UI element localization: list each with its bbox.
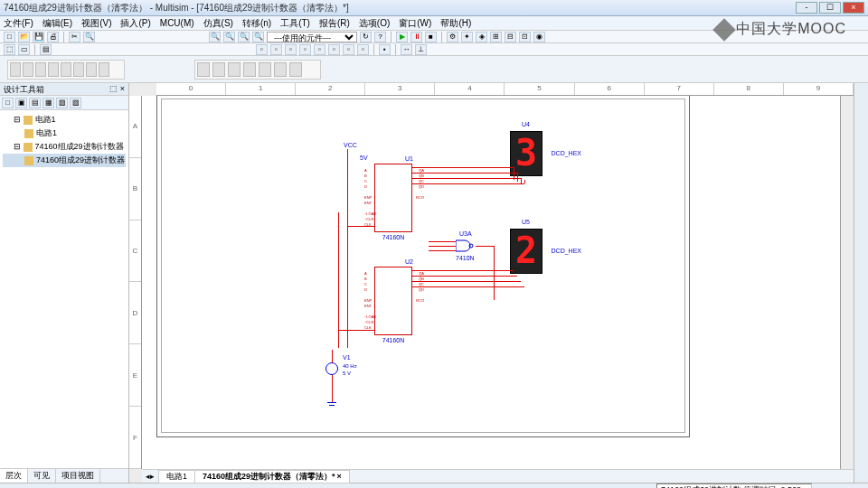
instrument-toolbar[interactable]: [854, 83, 868, 483]
vcc-label[interactable]: VCC: [344, 142, 357, 148]
zoom-in-icon[interactable]: 🔍: [209, 32, 221, 42]
part-icon[interactable]: ▫: [314, 44, 326, 55]
close-tab-icon[interactable]: ×: [337, 472, 342, 481]
display-u5[interactable]: U5 2 DCD_HEX: [510, 229, 542, 274]
menu-simulate[interactable]: 仿真(S): [203, 17, 233, 30]
stamp-item[interactable]: [23, 62, 33, 77]
stamp-item[interactable]: [10, 62, 21, 77]
stamp-item[interactable]: [73, 62, 84, 77]
part-icon[interactable]: ▫: [328, 44, 340, 55]
gate-item[interactable]: [243, 62, 256, 77]
component-u1[interactable]: U1 ABCDENPENT~LOAD~CLRCLK QAQBQCQDRCO 74…: [374, 164, 412, 232]
menu-file[interactable]: 文件(F): [4, 17, 33, 30]
tree-node-selected[interactable]: 74160组成29进制计数器（清零法）: [3, 154, 126, 167]
stamp-item[interactable]: [35, 62, 46, 77]
menu-edit[interactable]: 编辑(E): [42, 17, 72, 30]
wire[interactable]: [412, 183, 524, 184]
pause-icon[interactable]: ⏸: [410, 32, 422, 42]
component-u2[interactable]: U2 ABCDENPENT~LOAD~CLRCLK QAQBQCQDRCO 74…: [374, 267, 412, 335]
component-icon[interactable]: ⬚: [4, 44, 15, 55]
schematic-canvas[interactable]: VCC 5V U1 ABCDENPENT~LOAD~CLRCLK QAQBQCQ…: [142, 96, 841, 469]
tree-node[interactable]: 电路1: [3, 127, 126, 140]
display-u4[interactable]: U4 3 DCD_HEX: [510, 131, 542, 176]
wire[interactable]: [412, 286, 524, 287]
tab-hierarchy[interactable]: 层次: [0, 469, 28, 483]
wire[interactable]: [429, 241, 456, 242]
wire[interactable]: [517, 173, 518, 182]
new-icon[interactable]: □: [4, 32, 15, 42]
cut-icon[interactable]: ✂: [69, 32, 80, 42]
menu-transfer[interactable]: 转移(n): [242, 17, 271, 30]
part-icon[interactable]: ▫: [285, 44, 297, 55]
component-combo[interactable]: ---使用的元件---: [267, 32, 357, 42]
tool-icon[interactable]: ⊞: [490, 32, 502, 42]
tab-project[interactable]: 项目视图: [56, 469, 100, 483]
wire[interactable]: [332, 350, 333, 362]
menu-mcu[interactable]: MCU(M): [160, 18, 194, 28]
menu-insert[interactable]: 插入(P): [120, 17, 150, 30]
wire[interactable]: [429, 246, 456, 247]
wire[interactable]: [476, 246, 494, 247]
run-icon[interactable]: ▶: [396, 32, 408, 42]
part-icon[interactable]: ▫: [270, 44, 282, 55]
ground-symbol[interactable]: [327, 402, 336, 409]
tree-node-root[interactable]: ⊟ 电路1: [3, 113, 126, 127]
tool-icon[interactable]: ✦: [461, 32, 473, 42]
zoom-icon[interactable]: 🔍: [83, 32, 95, 42]
part-icon[interactable]: ↔: [401, 44, 412, 55]
component-u3[interactable]: U3A 7410N: [456, 239, 474, 252]
tree-tool-icon[interactable]: ▧: [56, 98, 68, 108]
vertical-scrollbar[interactable]: [841, 96, 854, 469]
print-icon[interactable]: 🖨: [47, 32, 59, 42]
tool-icon[interactable]: ◈: [476, 32, 487, 42]
gate-item[interactable]: [274, 62, 287, 77]
component-icon[interactable]: ▤: [40, 44, 52, 55]
stamp-item[interactable]: [86, 62, 97, 77]
help-icon[interactable]: ?: [374, 32, 386, 42]
zoom-out-icon[interactable]: 🔍: [223, 32, 235, 42]
part-icon[interactable]: ▫: [357, 44, 369, 55]
sheet-tab-active[interactable]: 74160组成29进制计数器（清零法）*×: [194, 470, 350, 483]
tree-node[interactable]: ⊟ 74160组成29进制计数器（清零法）: [3, 140, 126, 154]
wire[interactable]: [412, 167, 514, 168]
wire[interactable]: [347, 149, 348, 348]
tool-icon[interactable]: ⊡: [519, 32, 531, 42]
tree-tool-icon[interactable]: ▦: [42, 98, 54, 108]
minimize-button[interactable]: -: [796, 2, 817, 14]
part-icon[interactable]: ▫: [299, 44, 311, 55]
wire[interactable]: [347, 226, 374, 227]
wire[interactable]: [338, 330, 374, 331]
wire[interactable]: [332, 375, 333, 402]
wire[interactable]: [494, 246, 495, 300]
wire[interactable]: [412, 281, 521, 282]
tool-icon[interactable]: ⊟: [505, 32, 516, 42]
tree-tool-icon[interactable]: ▨: [70, 98, 81, 108]
menu-options[interactable]: 选项(O): [359, 17, 390, 30]
menu-window[interactable]: 窗口(W): [399, 17, 431, 30]
stamp-item[interactable]: [48, 62, 59, 77]
maximize-button[interactable]: ☐: [819, 2, 841, 14]
close-button[interactable]: ×: [843, 2, 864, 14]
wire[interactable]: [412, 173, 517, 174]
menu-tools[interactable]: 工具(T): [280, 17, 310, 30]
part-icon[interactable]: ⊥: [415, 44, 427, 55]
stamp-item[interactable]: [61, 62, 71, 77]
part-icon[interactable]: ▫: [256, 44, 268, 55]
tab-visible[interactable]: 可见: [28, 469, 56, 483]
wire[interactable]: [412, 270, 514, 271]
panel-pin-icon[interactable]: ⬚ ×: [109, 84, 125, 94]
gate-item[interactable]: [197, 62, 210, 77]
tree-tool-icon[interactable]: ▣: [15, 98, 27, 108]
wire[interactable]: [524, 180, 525, 183]
tab-scroll-icon[interactable]: ◂▸: [146, 472, 155, 481]
wire[interactable]: [338, 212, 339, 348]
stamp-item[interactable]: [99, 62, 109, 77]
zoom-fit-icon[interactable]: 🔍: [238, 32, 250, 42]
gate-item[interactable]: [259, 62, 271, 77]
save-icon[interactable]: 💾: [33, 32, 44, 42]
design-tree[interactable]: ⊟ 电路1 电路1 ⊟ 74160组成29进制计数器（清零法） 74160组成2…: [0, 110, 128, 468]
gate-item[interactable]: [289, 62, 302, 77]
tool-icon[interactable]: ⚙: [447, 32, 458, 42]
refresh-icon[interactable]: ↻: [360, 32, 372, 42]
zoom-area-icon[interactable]: 🔍: [252, 32, 264, 42]
